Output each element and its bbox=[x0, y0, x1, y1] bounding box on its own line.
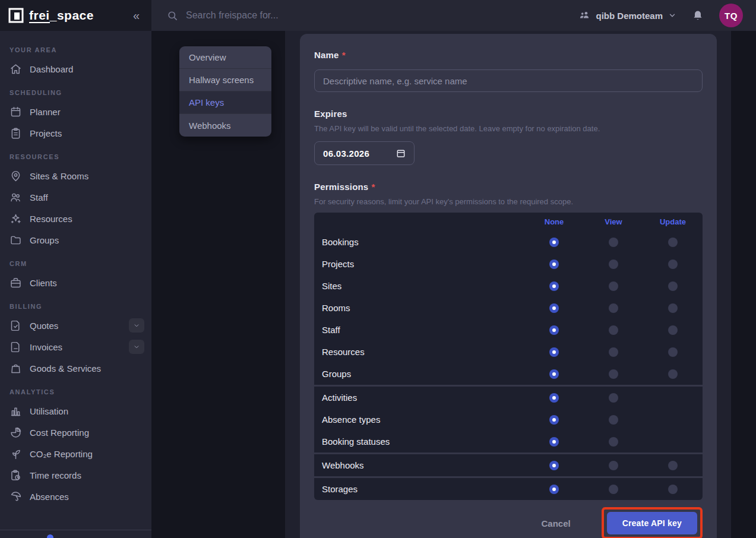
radio-rooms-update[interactable] bbox=[668, 303, 678, 313]
sidebar-item-invoices[interactable]: Invoices bbox=[0, 336, 151, 357]
create-api-key-button[interactable]: Create API key bbox=[607, 512, 697, 534]
expires-date-input[interactable]: 06.03.2026 bbox=[314, 141, 415, 165]
team-name: qibb Demoteam bbox=[596, 11, 663, 21]
row-label: Absence types bbox=[314, 414, 524, 425]
sidebar-item-groups[interactable]: Groups bbox=[0, 229, 151, 251]
radio-projects-none[interactable] bbox=[549, 259, 559, 269]
sidebar-item-utilisation[interactable]: Utilisation bbox=[0, 400, 151, 422]
cancel-button[interactable]: Cancel bbox=[541, 518, 570, 528]
radio-webhooks-update[interactable] bbox=[668, 461, 678, 470]
column-header-none[interactable]: None bbox=[524, 217, 584, 226]
sidebar-section-scheduling: SCHEDULING bbox=[0, 80, 151, 101]
radio-storages-update[interactable] bbox=[668, 485, 678, 494]
radio-projects-update[interactable] bbox=[668, 259, 678, 269]
expand-invoices-button[interactable] bbox=[129, 340, 144, 354]
topbar: frei_space « qibb Demoteam bbox=[0, 0, 756, 31]
sidebar-nav: YOUR AREADashboardSCHEDULINGPlannerProje… bbox=[0, 37, 151, 507]
status-dot-icon bbox=[47, 534, 53, 538]
radio-resources-update[interactable] bbox=[668, 347, 678, 357]
app-logo[interactable]: frei_space bbox=[8, 8, 94, 23]
radio-sites-update[interactable] bbox=[668, 281, 678, 291]
radio-booking-statuses-none[interactable] bbox=[549, 437, 559, 447]
sidebar-item-absences[interactable]: Absences bbox=[0, 486, 151, 507]
column-header-view[interactable]: View bbox=[584, 217, 643, 226]
form-footer: Cancel Create API key bbox=[314, 507, 703, 538]
radio-webhooks-view[interactable] bbox=[609, 461, 618, 470]
table-row-booking-statuses: Booking statuses bbox=[314, 431, 703, 452]
radio-bookings-update[interactable] bbox=[668, 238, 678, 247]
expand-quotes-button[interactable] bbox=[129, 318, 144, 333]
radio-activities-none[interactable] bbox=[549, 393, 559, 403]
sidebar-item-co-e-reporting[interactable]: CO₂e Reporting bbox=[0, 443, 151, 464]
radio-storages-none[interactable] bbox=[549, 485, 559, 494]
radio-staff-view[interactable] bbox=[609, 325, 618, 335]
sidebar-item-time-records[interactable]: Time records bbox=[0, 464, 151, 486]
home-icon bbox=[10, 63, 22, 75]
radio-bookings-view[interactable] bbox=[609, 238, 618, 247]
radio-groups-view[interactable] bbox=[609, 369, 618, 379]
sidebar-item-quotes[interactable]: Quotes bbox=[0, 315, 151, 336]
sidebar-item-label: Groups bbox=[30, 235, 144, 245]
sidebar: YOUR AREADashboardSCHEDULINGPlannerProje… bbox=[0, 31, 151, 538]
folder-icon bbox=[10, 234, 22, 246]
sidebar-item-staff[interactable]: Staff bbox=[0, 186, 151, 208]
name-input[interactable] bbox=[314, 69, 703, 92]
radio-booking-statuses-view[interactable] bbox=[609, 437, 618, 447]
document-check-icon bbox=[10, 319, 22, 332]
radio-absence-types-view[interactable] bbox=[609, 415, 618, 425]
column-header-update[interactable]: Update bbox=[643, 217, 703, 226]
content-area: OverviewHallway screensAPI keysWebhooks … bbox=[151, 31, 756, 538]
logo-icon bbox=[8, 8, 24, 23]
sidebar-item-clients[interactable]: Clients bbox=[0, 272, 151, 293]
sidebar-item-sites-rooms[interactable]: Sites & Rooms bbox=[0, 165, 151, 186]
user-avatar[interactable]: TQ bbox=[719, 4, 743, 27]
table-row-webhooks: Webhooks bbox=[314, 454, 703, 476]
sidebar-item-projects[interactable]: Projects bbox=[0, 122, 151, 144]
search-input[interactable] bbox=[186, 10, 435, 21]
team-switcher[interactable]: qibb Demoteam bbox=[578, 10, 676, 21]
name-label: Name* bbox=[314, 50, 703, 60]
radio-resources-none[interactable] bbox=[549, 347, 559, 357]
permissions-table: NoneViewUpdate BookingsProjectsSitesRoom… bbox=[314, 213, 703, 500]
radio-activities-view[interactable] bbox=[609, 393, 618, 403]
radio-groups-none[interactable] bbox=[549, 369, 559, 379]
sidebar-item-cost-reporting[interactable]: Cost Reporting bbox=[0, 422, 151, 443]
row-label: Bookings bbox=[314, 237, 524, 247]
sidebar-item-label: Sites & Rooms bbox=[30, 171, 144, 181]
radio-webhooks-none[interactable] bbox=[549, 461, 559, 470]
row-label: Storages bbox=[314, 484, 524, 494]
radio-sites-none[interactable] bbox=[549, 281, 559, 291]
permissions-rows: BookingsProjectsSitesRoomsStaffResources… bbox=[314, 231, 703, 500]
sidebar-item-label: Dashboard bbox=[30, 64, 144, 74]
sidebar-item-goods-services[interactable]: Goods & Services bbox=[0, 357, 151, 379]
radio-sites-view[interactable] bbox=[609, 281, 618, 291]
settings-menu-item-overview[interactable]: Overview bbox=[179, 46, 271, 69]
sidebar-item-label: Quotes bbox=[30, 321, 121, 331]
sidebar-item-resources[interactable]: Resources bbox=[0, 208, 151, 229]
radio-groups-update[interactable] bbox=[668, 369, 678, 379]
radio-projects-view[interactable] bbox=[609, 259, 618, 269]
notifications-button[interactable] bbox=[692, 10, 704, 21]
sidebar-item-planner[interactable]: Planner bbox=[0, 101, 151, 122]
table-row-absence-types: Absence types bbox=[314, 409, 703, 431]
settings-menu-item-hallway-screens[interactable]: Hallway screens bbox=[179, 69, 271, 91]
plant-icon bbox=[10, 448, 22, 460]
radio-staff-update[interactable] bbox=[668, 325, 678, 335]
settings-menu-item-webhooks[interactable]: Webhooks bbox=[179, 114, 271, 137]
calendar-icon[interactable] bbox=[396, 148, 406, 158]
radio-absence-types-none[interactable] bbox=[549, 415, 559, 425]
radio-storages-view[interactable] bbox=[609, 485, 618, 494]
sidebar-item-dashboard[interactable]: Dashboard bbox=[0, 58, 151, 80]
permissions-label: Permissions* bbox=[314, 182, 703, 192]
radio-staff-none[interactable] bbox=[549, 325, 559, 335]
radio-bookings-none[interactable] bbox=[549, 238, 559, 247]
sidebar-collapse-button[interactable]: « bbox=[133, 10, 140, 21]
radio-rooms-view[interactable] bbox=[609, 303, 618, 313]
bar-chart-icon bbox=[10, 405, 22, 417]
sidebar-item-label: Planner bbox=[30, 107, 144, 117]
radio-resources-view[interactable] bbox=[609, 347, 618, 357]
row-label: Rooms bbox=[314, 303, 524, 313]
sidebar-item-label: Clients bbox=[30, 278, 144, 288]
radio-rooms-none[interactable] bbox=[549, 303, 559, 313]
settings-menu-item-api-keys[interactable]: API keys bbox=[179, 91, 271, 114]
